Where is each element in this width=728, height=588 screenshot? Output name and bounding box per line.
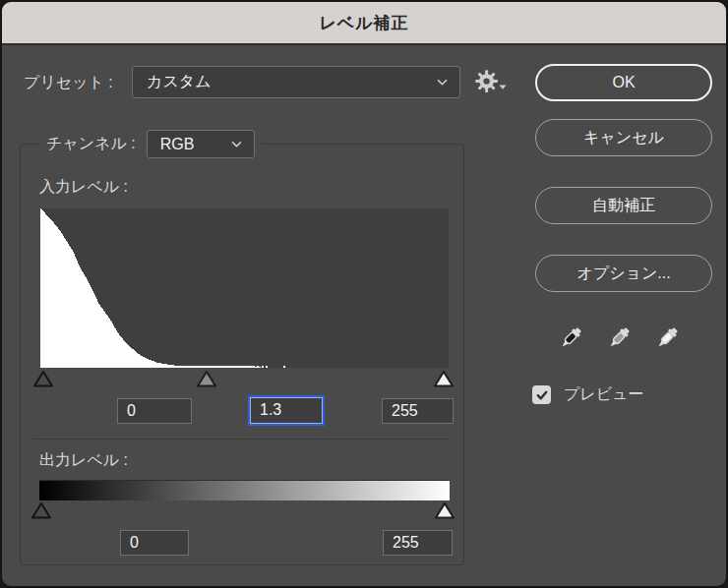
input-gamma-field[interactable]: 1.3	[250, 397, 323, 424]
output-highlight-field[interactable]: 255	[383, 530, 453, 556]
ok-button[interactable]: OK	[535, 64, 712, 101]
output-levels-label: 出力レベル :	[39, 450, 128, 471]
preset-label: プリセット :	[24, 66, 113, 98]
dialog-title: レベル補正	[319, 12, 408, 34]
section-divider	[33, 439, 451, 440]
output-highlight-slider[interactable]	[434, 500, 455, 520]
input-highlight-slider[interactable]	[433, 369, 455, 388]
preview-checkbox[interactable]	[532, 385, 551, 404]
cancel-button[interactable]: キャンセル	[535, 119, 712, 156]
gear-icon	[473, 68, 509, 95]
output-shadow-slider[interactable]	[30, 500, 52, 520]
preset-value: カスタム	[147, 72, 212, 92]
channel-select[interactable]: RGB	[147, 130, 255, 158]
input-highlight-field[interactable]: 255	[382, 398, 454, 424]
auto-correct-button[interactable]: 自動補正	[535, 187, 712, 224]
output-gradient-bar	[39, 480, 450, 500]
black-point-eyedropper-button[interactable]	[556, 323, 585, 355]
channel-label: チャンネル :	[46, 134, 136, 154]
channel-row: チャンネル : RGB	[39, 130, 262, 158]
preview-row: プレビュー	[532, 384, 644, 405]
gray-point-eyedropper-button[interactable]	[604, 323, 634, 355]
dialog-titlebar: レベル補正	[2, 2, 726, 45]
chevron-down-icon	[231, 141, 242, 147]
gray-eyedropper-icon	[604, 323, 634, 355]
histogram	[40, 208, 449, 368]
input-levels-label: 入力レベル :	[39, 177, 128, 198]
input-midtone-slider[interactable]	[196, 369, 217, 388]
levels-dialog: レベル補正 プリセット : カスタム	[0, 0, 728, 588]
white-eyedropper-icon	[652, 323, 682, 355]
input-shadow-slider[interactable]	[32, 369, 54, 388]
output-shadow-field[interactable]: 0	[120, 530, 189, 556]
input-shadow-field[interactable]: 0	[117, 398, 192, 424]
preset-select[interactable]: カスタム	[132, 66, 460, 98]
preset-options-button[interactable]	[473, 68, 509, 95]
checkmark-icon	[535, 388, 549, 402]
white-point-eyedropper-button[interactable]	[652, 323, 682, 355]
preview-label: プレビュー	[564, 384, 644, 405]
chevron-down-icon	[437, 79, 448, 86]
options-button[interactable]: オプション...	[535, 255, 712, 292]
channel-value: RGB	[160, 136, 195, 153]
black-eyedropper-icon	[556, 323, 585, 355]
histogram-canvas	[40, 208, 449, 368]
